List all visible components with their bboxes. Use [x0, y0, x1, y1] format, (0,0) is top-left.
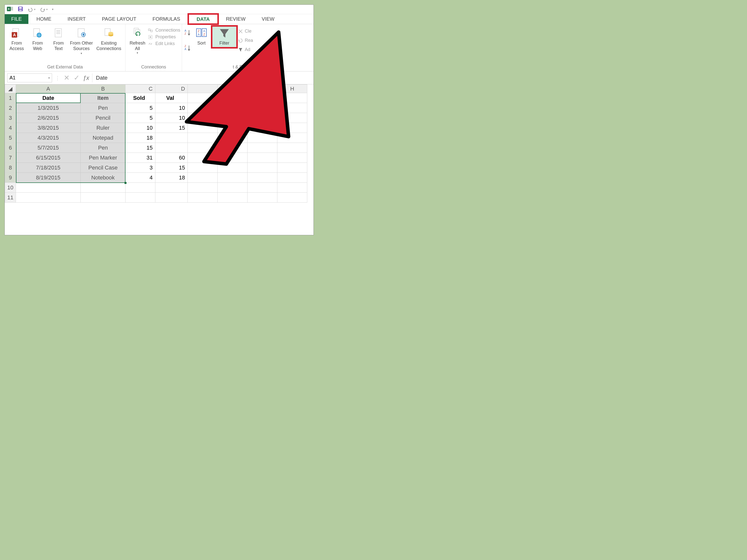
cell[interactable]: 15	[126, 143, 155, 153]
cell[interactable]	[188, 173, 217, 183]
cell[interactable]	[81, 183, 126, 193]
cell[interactable]: Notebook	[81, 173, 126, 183]
advanced-filter-button[interactable]: Ad	[238, 47, 253, 52]
cell[interactable]: 8/19/2015	[16, 173, 81, 183]
cell[interactable]	[81, 193, 126, 203]
tab-insert[interactable]: INSERT	[59, 14, 94, 24]
cell[interactable]: 10	[155, 113, 188, 123]
from-access-button[interactable]: A From Access	[6, 26, 27, 53]
from-other-sources-button[interactable]: From Other Sources ▾	[69, 26, 94, 56]
cell[interactable]: Pen	[81, 103, 126, 113]
cell[interactable]: 4/3/2015	[16, 133, 81, 143]
cell[interactable]	[188, 103, 217, 113]
cell[interactable]: 3/8/2015	[16, 123, 81, 133]
cell[interactable]	[217, 133, 248, 143]
cell[interactable]: 6/15/2015	[16, 153, 81, 163]
cell[interactable]	[217, 183, 248, 193]
cell[interactable]	[277, 193, 307, 203]
sort-asc-button[interactable]: AZ	[183, 29, 191, 37]
cell[interactable]	[277, 93, 307, 103]
cell[interactable]	[188, 163, 217, 173]
tab-page-layout[interactable]: PAGE LAYOUT	[94, 14, 145, 24]
cell[interactable]	[248, 173, 277, 183]
cell[interactable]: 2/6/2015	[16, 113, 81, 123]
cell[interactable]	[217, 113, 248, 123]
cell[interactable]	[217, 123, 248, 133]
cell[interactable]: 15	[155, 163, 188, 173]
row-header[interactable]: 10	[5, 183, 16, 193]
tab-review[interactable]: REVIEW	[218, 14, 254, 24]
cell[interactable]	[155, 183, 188, 193]
row-header[interactable]: 8	[5, 163, 16, 173]
enter-formula-button[interactable]: ✓	[73, 74, 80, 82]
cell[interactable]	[277, 103, 307, 113]
edit-links-button[interactable]: Edit Links	[148, 41, 180, 46]
cancel-formula-button[interactable]: ✕	[63, 74, 70, 82]
filter-button[interactable]: Filter	[212, 26, 237, 48]
cell[interactable]	[16, 193, 81, 203]
column-header-E[interactable]	[188, 85, 217, 93]
cell[interactable]	[248, 133, 277, 143]
cell[interactable]: Pen Marker	[81, 153, 126, 163]
cell[interactable]	[277, 163, 307, 173]
cell[interactable]	[248, 123, 277, 133]
cell[interactable]: Notepad	[81, 133, 126, 143]
cell[interactable]: 1/3/2015	[16, 103, 81, 113]
cell[interactable]	[277, 133, 307, 143]
select-all-corner[interactable]: ◢	[5, 85, 16, 93]
cell[interactable]	[248, 183, 277, 193]
cell[interactable]	[188, 113, 217, 123]
row-header[interactable]: 2	[5, 103, 16, 113]
cell[interactable]: 18	[126, 133, 155, 143]
undo-dropdown-icon[interactable]: ▾	[34, 8, 35, 11]
cell[interactable]: 5	[126, 103, 155, 113]
cell[interactable]	[188, 123, 217, 133]
cell[interactable]	[188, 143, 217, 153]
cell[interactable]	[248, 153, 277, 163]
properties-button[interactable]: Properties	[148, 34, 180, 39]
column-header-B[interactable]: B	[81, 85, 126, 93]
cell[interactable]: Item	[81, 93, 126, 103]
cell[interactable]: Ruler	[81, 123, 126, 133]
sort-desc-button[interactable]: ZA	[183, 44, 191, 53]
cell[interactable]	[217, 103, 248, 113]
column-header-C[interactable]: C	[126, 85, 155, 93]
cell[interactable]	[188, 153, 217, 163]
cell[interactable]: Sold	[126, 93, 155, 103]
cell[interactable]	[188, 193, 217, 203]
cell[interactable]	[248, 193, 277, 203]
cell[interactable]: 3	[126, 163, 155, 173]
column-header-D[interactable]: D	[155, 85, 188, 93]
cell[interactable]	[248, 113, 277, 123]
column-header-F[interactable]	[217, 85, 248, 93]
cell[interactable]	[155, 193, 188, 203]
cell[interactable]: 7/18/2015	[16, 163, 81, 173]
cell[interactable]	[16, 183, 81, 193]
redo-button[interactable]: ▾	[40, 7, 48, 12]
spreadsheet-grid[interactable]: ◢ A B C D G H 1DateItemSoldVal21/3/2015P…	[5, 84, 313, 203]
cell[interactable]	[188, 183, 217, 193]
tab-view[interactable]: VIEW	[254, 14, 283, 24]
cell[interactable]	[155, 133, 188, 143]
cell[interactable]: 60	[155, 153, 188, 163]
cell[interactable]	[217, 193, 248, 203]
cell[interactable]	[217, 143, 248, 153]
cell[interactable]: Pencil Case	[81, 163, 126, 173]
cell[interactable]: 5	[126, 113, 155, 123]
cell[interactable]: Pen	[81, 143, 126, 153]
row-header[interactable]: 11	[5, 193, 16, 203]
cell[interactable]	[155, 143, 188, 153]
save-button[interactable]	[18, 6, 23, 13]
cell[interactable]: 5/7/2015	[16, 143, 81, 153]
cell[interactable]: 15	[155, 123, 188, 133]
column-header-H[interactable]: H	[277, 85, 307, 93]
from-text-button[interactable]: From Text	[48, 26, 69, 53]
cell[interactable]: 31	[126, 153, 155, 163]
undo-button[interactable]: ▾	[28, 7, 35, 12]
cell[interactable]	[277, 183, 307, 193]
cell[interactable]: Val	[155, 93, 188, 103]
cell[interactable]: Pencil	[81, 113, 126, 123]
row-header[interactable]: 7	[5, 153, 16, 163]
cell[interactable]	[277, 123, 307, 133]
connections-button[interactable]: Connections	[148, 28, 180, 33]
